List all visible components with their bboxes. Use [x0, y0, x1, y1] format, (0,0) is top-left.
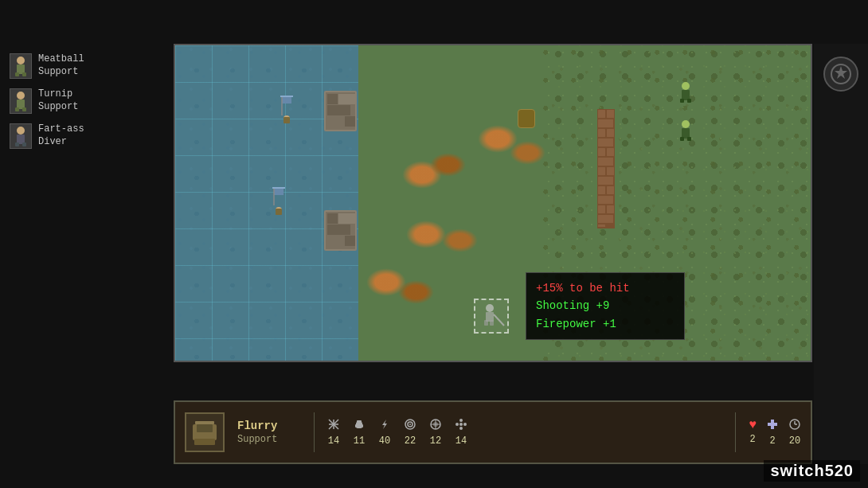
heart-icon: ♥ [749, 418, 757, 432]
svg-rect-17 [274, 189, 283, 195]
svg-rect-35 [345, 236, 355, 246]
fartass-name: Fart-ass Diver [38, 123, 84, 148]
svg-rect-47 [607, 167, 614, 175]
stat-group-4: 12 [429, 418, 442, 447]
stat-value-5: 14 [456, 435, 467, 447]
unit-marker-1 [271, 93, 303, 125]
water-tiles [175, 45, 358, 361]
health-section: ♥ 2 2 [749, 418, 801, 447]
svg-rect-16 [283, 117, 290, 123]
svg-rect-42 [598, 139, 613, 146]
enemy-unit-1 [677, 81, 694, 109]
svg-rect-10 [15, 142, 19, 146]
svg-rect-98 [768, 423, 777, 426]
svg-rect-55 [598, 224, 605, 227]
svg-rect-72 [195, 421, 214, 424]
svg-point-0 [17, 57, 25, 64]
tooltip-firepower: Firepower +1 [536, 315, 674, 333]
cross-icon [766, 418, 779, 434]
terrain-rocks-2 [323, 209, 358, 252]
leaf-deco-2 [510, 141, 545, 165]
svg-rect-6 [15, 107, 19, 111]
svg-rect-58 [680, 99, 684, 103]
tooltip-shooting: Shooting +9 [536, 297, 674, 314]
leaf-deco-4 [430, 153, 466, 177]
svg-rect-75 [194, 439, 215, 445]
fist-icon [353, 418, 366, 434]
svg-rect-11 [22, 142, 26, 146]
svg-rect-43 [598, 148, 605, 156]
svg-rect-48 [598, 177, 613, 185]
svg-point-93 [459, 419, 463, 422]
stat-group-0: 14 [327, 418, 340, 447]
sidebar-item-meatball[interactable]: Meatball Support [5, 50, 154, 82]
turnip-name: Turnip Support [38, 88, 78, 113]
svg-rect-74 [197, 424, 213, 432]
watermark: switch520 [764, 460, 860, 482]
svg-rect-44 [607, 148, 614, 156]
svg-rect-45 [598, 158, 613, 166]
stat-group-3: 22 [404, 418, 416, 447]
leaf-deco-8 [398, 280, 434, 304]
svg-rect-51 [598, 196, 613, 204]
stats-icons-row: 14 11 40 [327, 418, 722, 447]
svg-point-4 [17, 92, 25, 100]
sidebar-item-fartass[interactable]: Fart-ass Diver [5, 120, 154, 152]
svg-rect-62 [680, 137, 684, 141]
leaf-deco-5 [406, 221, 446, 248]
meatball-avatar [10, 53, 32, 79]
selected-tile [474, 299, 509, 334]
svg-rect-32 [338, 213, 355, 224]
svg-rect-18 [272, 187, 285, 189]
svg-rect-7 [22, 107, 26, 111]
svg-rect-40 [598, 129, 605, 137]
game-map[interactable]: +15% to be hit Shooting +9 Firepower +1 [174, 44, 812, 362]
health-group-1: 2 [766, 418, 779, 447]
turnip-avatar [10, 88, 32, 114]
stat-group-1: 11 [353, 418, 366, 447]
medal-badge[interactable] [823, 57, 858, 92]
unit-marker-2 [263, 185, 295, 217]
stat-group-5: 14 [455, 418, 467, 447]
tooltip-hit-chance: +15% to be hit [536, 279, 674, 297]
stat-value-0: 14 [328, 435, 339, 447]
svg-line-68 [494, 314, 504, 326]
flower-icon [455, 418, 467, 434]
timer-icon [788, 418, 801, 434]
svg-point-96 [463, 423, 467, 426]
svg-marker-70 [835, 66, 847, 79]
svg-rect-31 [327, 213, 338, 224]
svg-rect-26 [327, 105, 350, 115]
stats-section: 14 11 40 [327, 418, 722, 447]
svg-point-60 [682, 120, 690, 128]
status-bar: Flurry Support 14 [174, 400, 812, 464]
target-icon [404, 418, 416, 434]
svg-rect-54 [598, 215, 613, 223]
svg-rect-66 [484, 320, 488, 326]
svg-point-92 [459, 423, 463, 426]
unit-portrait [185, 412, 225, 452]
svg-rect-82 [362, 424, 363, 427]
svg-rect-3 [22, 72, 26, 76]
svg-rect-80 [356, 422, 362, 428]
svg-point-95 [456, 423, 459, 426]
svg-rect-49 [598, 186, 605, 194]
svg-rect-50 [607, 186, 614, 194]
barrel-1 [518, 109, 535, 128]
brick-wall [597, 109, 615, 228]
divider-1 [314, 412, 315, 452]
health-value-1: 2 [769, 435, 775, 447]
svg-rect-38 [607, 110, 614, 118]
svg-rect-46 [598, 167, 605, 175]
svg-rect-2 [15, 72, 19, 76]
stat-value-4: 12 [430, 435, 441, 447]
svg-point-94 [459, 427, 463, 430]
sidebar-item-turnip[interactable]: Turnip Support [5, 85, 154, 117]
svg-point-87 [409, 424, 411, 425]
health-icons-row: ♥ 2 2 [749, 418, 801, 447]
health-group-2: 20 [788, 418, 801, 447]
health-value-2: 20 [789, 435, 800, 447]
svg-rect-27 [327, 116, 344, 127]
divider-2 [735, 412, 736, 452]
right-panel [814, 44, 868, 464]
